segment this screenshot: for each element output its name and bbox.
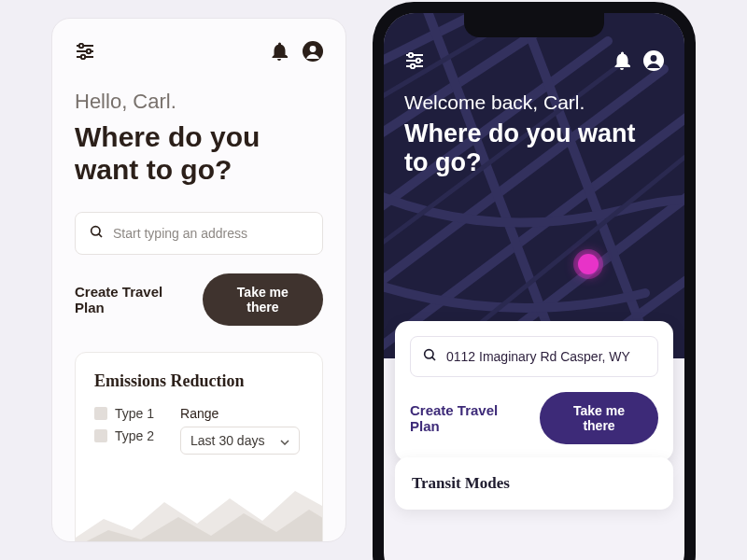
action-row: Create Travel Plan Take me there xyxy=(75,273,323,326)
page-title: Where do you want to go? xyxy=(75,121,323,186)
search-icon xyxy=(422,347,437,366)
legend-item[interactable]: Type 2 xyxy=(94,428,154,443)
legend-swatch-icon xyxy=(94,429,107,442)
address-input[interactable] xyxy=(113,226,309,241)
legend-label: Type 1 xyxy=(115,406,154,421)
svg-point-4 xyxy=(87,49,91,53)
search-icon xyxy=(89,224,104,243)
profile-avatar-icon[interactable] xyxy=(643,50,664,71)
create-travel-plan-link[interactable]: Create Travel Plan xyxy=(75,284,191,315)
profile-avatar-icon[interactable] xyxy=(303,41,323,62)
svg-point-5 xyxy=(81,55,85,59)
svg-line-20 xyxy=(432,357,435,360)
greeting-text: Hello, Carl. xyxy=(75,90,323,114)
svg-point-7 xyxy=(310,46,317,52)
topbar xyxy=(404,50,664,71)
svg-point-16 xyxy=(411,64,415,68)
transit-heading: Transit Modes xyxy=(412,474,656,493)
transit-modes-card: Transit Modes xyxy=(395,457,673,510)
emissions-controls: Type 1 Type 2 Range Last 30 days xyxy=(94,406,303,455)
legend-label: Type 2 xyxy=(115,428,154,443)
settings-sliders-icon[interactable] xyxy=(75,41,95,62)
location-pin-icon[interactable] xyxy=(578,254,599,274)
emissions-heading: Emissions Reduction xyxy=(94,371,303,391)
search-sheet: Create Travel Plan Take me there xyxy=(395,321,673,461)
legend-swatch-icon xyxy=(94,407,107,420)
svg-line-9 xyxy=(99,234,102,237)
greeting-text: Welcome back, Carl. xyxy=(404,91,664,114)
topbar xyxy=(75,41,323,62)
create-travel-plan-link[interactable]: Create Travel Plan xyxy=(410,402,529,434)
emissions-chart xyxy=(76,472,323,542)
phone-screen: Welcome back, Carl. Where do you want to… xyxy=(384,13,684,560)
range-value: Last 30 days xyxy=(190,433,264,448)
take-me-there-button[interactable]: Take me there xyxy=(203,273,323,326)
svg-point-14 xyxy=(409,53,413,57)
action-row: Create Travel Plan Take me there xyxy=(410,392,658,444)
page-title: Where do you want to go? xyxy=(404,119,664,177)
emissions-card: Emissions Reduction Type 1 Type 2 Range … xyxy=(75,352,323,542)
svg-point-3 xyxy=(79,44,83,48)
address-input[interactable] xyxy=(446,349,646,364)
phone-notch xyxy=(464,13,604,37)
take-me-there-button[interactable]: Take me there xyxy=(540,392,658,444)
range-label: Range xyxy=(180,406,300,421)
svg-point-8 xyxy=(92,227,100,235)
light-mockup: Hello, Carl. Where do you want to go? Cr… xyxy=(51,18,346,542)
address-search[interactable] xyxy=(75,212,323,255)
dark-phone-frame: Welcome back, Carl. Where do you want to… xyxy=(373,2,696,560)
address-search[interactable] xyxy=(410,336,658,377)
legend-item[interactable]: Type 1 xyxy=(94,406,154,421)
notification-bell-icon[interactable] xyxy=(612,50,632,71)
svg-point-18 xyxy=(651,55,657,62)
svg-point-15 xyxy=(416,59,420,63)
settings-sliders-icon[interactable] xyxy=(404,50,425,71)
svg-point-19 xyxy=(425,350,433,358)
notification-bell-icon[interactable] xyxy=(269,41,289,62)
range-select[interactable]: Last 30 days xyxy=(180,427,300,455)
chevron-down-icon xyxy=(280,433,289,448)
